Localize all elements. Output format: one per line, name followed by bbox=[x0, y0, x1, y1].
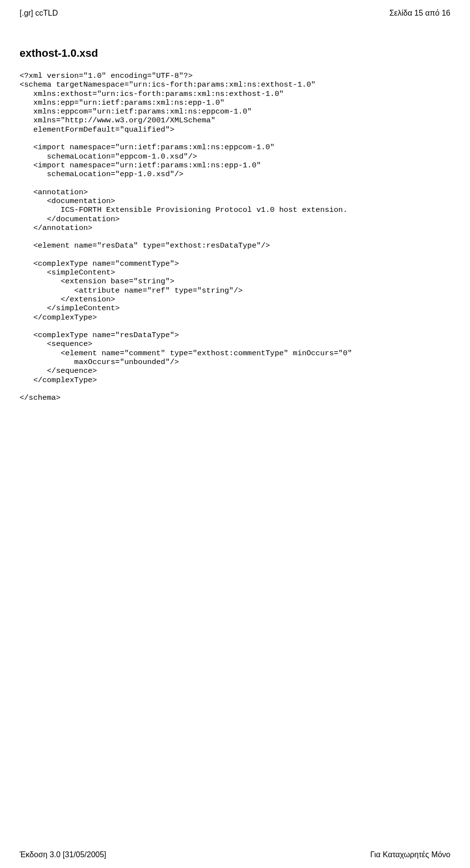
header-left: [.gr] ccTLD bbox=[20, 9, 58, 18]
header-page-number: Σελίδα 15 από 16 bbox=[389, 9, 450, 18]
footer-audience: Για Καταχωρητές Μόνο bbox=[370, 850, 450, 859]
footer-version: Έκδοση 3.0 [31/05/2005] bbox=[20, 850, 106, 859]
xsd-code-block: <?xml version="1.0" encoding="UTF-8"?> <… bbox=[20, 71, 450, 402]
page-header: [.gr] ccTLD Σελίδα 15 από 16 bbox=[20, 9, 450, 18]
section-title: exthost-1.0.xsd bbox=[20, 47, 450, 60]
page-footer: Έκδοση 3.0 [31/05/2005] Για Καταχωρητές … bbox=[20, 850, 450, 859]
